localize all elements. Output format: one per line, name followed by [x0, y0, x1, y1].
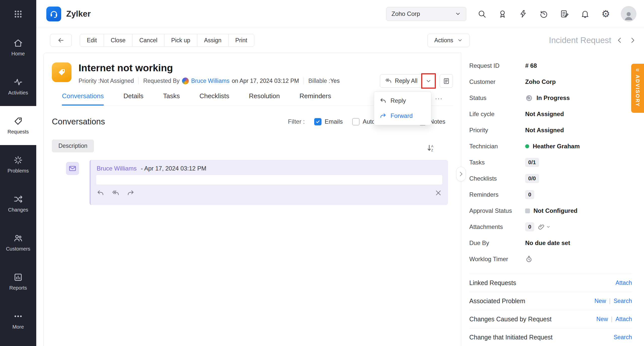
- history-icon[interactable]: [539, 9, 549, 19]
- advisory-tab[interactable]: « ADVISORY: [631, 64, 644, 113]
- notifications-icon[interactable]: [580, 9, 590, 19]
- change-initiated-search-link[interactable]: Search: [614, 334, 632, 341]
- sidebar-item-home[interactable]: Home: [0, 28, 36, 67]
- toolbar-button-group: Edit Close Cancel Pick up Assign Print: [80, 34, 254, 47]
- description-chip[interactable]: Description: [52, 140, 94, 152]
- associated-problem-search-link[interactable]: Search: [606, 298, 632, 304]
- filter-emails[interactable]: Emails: [314, 118, 343, 125]
- rewards-icon[interactable]: [497, 9, 508, 19]
- pickup-button[interactable]: Pick up: [164, 34, 197, 47]
- next-record-icon[interactable]: [629, 37, 636, 44]
- request-properties-panel: Request ID # 68 Customer Zoho Corp Statu…: [461, 53, 644, 346]
- settings-icon[interactable]: ⚙: [601, 9, 611, 19]
- reminders-count-badge[interactable]: 0: [525, 190, 534, 199]
- request-header: Internet not working Priority :Not Assig…: [52, 53, 453, 88]
- edit-button[interactable]: Edit: [80, 34, 104, 47]
- request-meta: Priority :Not Assigned Requested By Bruc…: [79, 78, 374, 84]
- detail-row-status: Status In Progress: [469, 90, 632, 106]
- quick-actions-icon[interactable]: [518, 9, 528, 19]
- requested-on: on Apr 17, 2024 03:12 PM: [232, 78, 299, 84]
- org-selector[interactable]: Zoho Corp: [386, 7, 466, 21]
- close-request-button[interactable]: Close: [104, 34, 133, 47]
- changes-caused-new-link[interactable]: New: [596, 316, 608, 323]
- sidebar-item-reports[interactable]: Reports: [0, 262, 36, 301]
- assign-button[interactable]: Assign: [197, 34, 229, 47]
- reply-all-icon[interactable]: [112, 189, 119, 197]
- chevron-down-icon: [546, 225, 551, 229]
- paperclip-icon: [538, 223, 545, 230]
- billable-label: Billable :: [308, 78, 330, 84]
- menu-item-forward[interactable]: Forward: [374, 108, 431, 123]
- emails-checkbox[interactable]: [314, 118, 321, 125]
- requester-link[interactable]: Bruce Williams: [191, 78, 229, 84]
- problems-icon: [13, 155, 23, 165]
- due-by-value: No due date set: [525, 239, 570, 247]
- sidebar-item-more[interactable]: More: [0, 301, 36, 340]
- requested-by-label: Requested By: [143, 78, 180, 84]
- request-detail-card: Internet not working Priority :Not Assig…: [44, 53, 461, 346]
- reports-icon: [13, 272, 23, 282]
- search-icon[interactable]: [477, 9, 487, 19]
- sidebar-item-label: Reports: [9, 285, 27, 291]
- linked-requests-attach-link[interactable]: Attach: [616, 280, 632, 286]
- sidebar-item-problems[interactable]: Problems: [0, 145, 36, 184]
- home-icon: [13, 38, 23, 48]
- sidebar-item-customers[interactable]: Customers: [0, 223, 36, 262]
- auto-notifications-checkbox[interactable]: [352, 118, 360, 125]
- detail-row-checklists: Checklists 0/0: [469, 170, 632, 187]
- print-button[interactable]: Print: [228, 34, 254, 47]
- tab-reminders[interactable]: Reminders: [300, 92, 331, 106]
- zylker-logo[interactable]: [46, 7, 61, 21]
- conversation-body: [96, 175, 442, 185]
- reply-icon[interactable]: [97, 189, 104, 197]
- linked-requests-row: Linked Requests Attach: [469, 274, 632, 292]
- attach-file-control[interactable]: [538, 223, 551, 230]
- tasks-count-badge[interactable]: 0/1: [525, 158, 539, 167]
- request-toolbar: Edit Close Cancel Pick up Assign Print A…: [36, 28, 644, 53]
- sidebar-item-label: Problems: [8, 168, 29, 174]
- sidebar-item-label: Changes: [8, 207, 28, 213]
- requests-icon: [13, 116, 23, 126]
- request-title: Internet not working: [79, 62, 374, 74]
- add-notes-button[interactable]: [440, 74, 453, 88]
- tab-checklists[interactable]: Checklists: [199, 92, 229, 106]
- associated-problem-new-link[interactable]: New: [594, 298, 606, 304]
- previous-record-icon[interactable]: [616, 37, 623, 44]
- attachments-count-badge[interactable]: 0: [525, 222, 534, 231]
- sort-icon[interactable]: AZ: [427, 144, 435, 152]
- feedback-icon[interactable]: [559, 9, 569, 19]
- detail-row-customer: Customer Zoho Corp: [469, 74, 632, 90]
- changes-caused-attach-link[interactable]: Attach: [608, 316, 632, 323]
- app-launcher-icon[interactable]: [0, 0, 36, 28]
- sidebar-item-activities[interactable]: Activities: [0, 67, 36, 106]
- tab-conversations[interactable]: Conversations: [62, 92, 104, 106]
- detail-row-worklog-timer: Worklog Timer: [469, 251, 632, 267]
- reply-all-button[interactable]: Reply All: [380, 74, 422, 88]
- actions-dropdown-button[interactable]: Actions: [427, 34, 470, 47]
- sidebar-item-changes[interactable]: Changes: [0, 184, 36, 223]
- stopwatch-icon[interactable]: [525, 255, 533, 263]
- menu-item-reply[interactable]: Reply: [374, 93, 431, 108]
- detail-row-priority: Priority Not Assigned: [469, 122, 632, 138]
- activities-icon: [13, 77, 23, 87]
- checklists-count-badge[interactable]: 0/0: [525, 174, 539, 183]
- detail-row-life-cycle: Life cycle Not Assigned: [469, 106, 632, 122]
- user-avatar[interactable]: [621, 6, 636, 22]
- detail-row-attachments: Attachments 0: [469, 219, 632, 235]
- forward-icon[interactable]: [127, 189, 134, 197]
- sidebar-item-label: Home: [11, 51, 25, 57]
- detail-row-tasks: Tasks 0/1: [469, 154, 632, 170]
- cancel-button[interactable]: Cancel: [132, 34, 164, 47]
- tab-details[interactable]: Details: [123, 92, 143, 106]
- conversation-sender-link[interactable]: Bruce Williams: [97, 165, 137, 172]
- back-button[interactable]: [50, 34, 72, 47]
- tab-tasks[interactable]: Tasks: [163, 92, 180, 106]
- collapse-conversation-icon[interactable]: [435, 189, 442, 196]
- sidebar-item-requests[interactable]: Requests: [0, 106, 36, 145]
- tab-resolution[interactable]: Resolution: [249, 92, 280, 106]
- change-initiated-row: Change that Initiated Request Search: [469, 328, 632, 346]
- filter-label: Filter :: [288, 118, 305, 125]
- details-panel-expander[interactable]: [456, 167, 466, 181]
- tabs-overflow[interactable]: ...: [435, 93, 443, 106]
- reply-options-caret-button[interactable]: [422, 74, 435, 88]
